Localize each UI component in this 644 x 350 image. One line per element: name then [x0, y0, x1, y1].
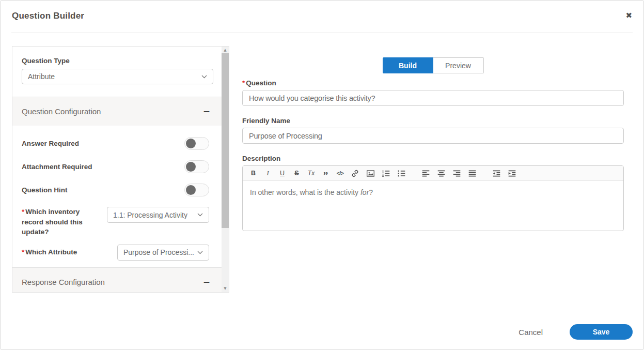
toggle-knob: [186, 139, 196, 148]
align-left-icon[interactable]: [421, 168, 430, 179]
align-center-icon[interactable]: [437, 168, 446, 179]
ordered-list-icon[interactable]: [382, 168, 390, 179]
rich-text-editor: B I U S Tx ” </>: [242, 165, 624, 231]
question-hint-label: Question Hint: [22, 186, 68, 194]
question-hint-row: Question Hint: [22, 178, 209, 202]
description-label: Description: [242, 155, 624, 162]
required-marker: *: [242, 79, 245, 87]
build-preview-tabs: Build Preview: [383, 57, 484, 73]
outdent-icon[interactable]: [492, 168, 501, 179]
attachment-required-toggle[interactable]: [184, 160, 209, 173]
collapse-icon[interactable]: −: [203, 278, 210, 286]
insert-link-icon[interactable]: [351, 168, 359, 179]
section-title: Question Configuration: [22, 107, 101, 116]
tab-build[interactable]: Build: [383, 57, 433, 73]
question-hint-toggle[interactable]: [184, 184, 209, 196]
required-marker: *: [22, 248, 24, 256]
required-marker: *: [22, 208, 24, 216]
code-view-icon[interactable]: </>: [336, 168, 344, 179]
editor-toolbar: B I U S Tx ” </>: [243, 166, 623, 181]
attachment-required-row: Attachment Required: [22, 155, 209, 178]
scroll-down-icon[interactable]: ▼: [222, 285, 229, 292]
save-button[interactable]: Save: [570, 324, 633, 340]
unordered-list-icon[interactable]: [397, 168, 406, 179]
clear-formatting-icon[interactable]: Tx: [307, 168, 315, 179]
align-justify-icon[interactable]: [468, 168, 477, 179]
insert-image-icon[interactable]: [366, 168, 375, 179]
blockquote-icon[interactable]: ”: [322, 168, 329, 179]
left-panel-scrollbar[interactable]: ▲ ▼: [222, 47, 229, 292]
section-title: Response Configuration: [22, 278, 105, 286]
strikethrough-icon[interactable]: S: [293, 168, 301, 179]
tab-preview[interactable]: Preview: [433, 57, 484, 73]
attachment-required-label: Attachment Required: [22, 163, 92, 171]
scroll-up-icon[interactable]: ▲: [222, 47, 229, 54]
which-attribute-select[interactable]: Purpose of Processi...: [117, 245, 209, 261]
answer-required-row: Answer Required: [22, 132, 209, 155]
chevron-down-icon: [201, 75, 207, 79]
question-editor-panel: Build Preview *Question Friendly Name De…: [242, 50, 624, 231]
question-settings-panel: Question Type Attribute Question Configu…: [12, 46, 229, 293]
response-configuration-header[interactable]: Response Configuration −: [12, 267, 223, 293]
which-attribute-label: *Which Attribute: [22, 247, 77, 257]
question-input[interactable]: [242, 90, 624, 106]
italic-icon[interactable]: I: [264, 168, 272, 179]
question-type-value: Attribute: [28, 72, 55, 81]
cancel-button[interactable]: Cancel: [519, 328, 543, 337]
question-configuration-header[interactable]: Question Configuration −: [12, 97, 223, 126]
question-type-select[interactable]: Attribute: [22, 69, 213, 84]
toggle-knob: [186, 162, 196, 172]
question-field: *Question: [242, 79, 624, 106]
inventory-record-select[interactable]: 1.1: Processing Activity: [107, 207, 209, 223]
description-text: ?: [369, 188, 373, 196]
chevron-down-icon: [197, 213, 203, 217]
answer-required-toggle[interactable]: [184, 137, 209, 150]
description-text-italic: for: [360, 188, 369, 196]
inventory-record-label: *Which inventory record should this upda…: [22, 207, 100, 237]
friendly-name-field: Friendly Name: [242, 117, 624, 144]
align-right-icon[interactable]: [452, 168, 461, 179]
toggles-block: Answer Required Attachment Required Ques…: [12, 126, 223, 202]
inventory-record-row: *Which inventory record should this upda…: [12, 207, 223, 237]
page-title: Question Builder: [12, 11, 84, 21]
answer-required-label: Answer Required: [22, 140, 79, 147]
question-type-label: Question Type: [22, 57, 213, 65]
chevron-down-icon: [197, 251, 203, 254]
indent-icon[interactable]: [508, 168, 516, 179]
close-icon[interactable]: ✖: [625, 11, 632, 20]
friendly-name-label: Friendly Name: [242, 117, 624, 125]
bold-icon[interactable]: B: [249, 168, 257, 179]
question-type-block: Question Type Attribute: [12, 47, 223, 97]
which-attribute-row: *Which Attribute Purpose of Processi...: [12, 245, 223, 261]
toggle-knob: [186, 185, 196, 195]
description-content[interactable]: In other words, what is the activity for…: [243, 181, 623, 205]
friendly-name-input[interactable]: [242, 128, 624, 144]
question-label: *Question: [242, 79, 624, 87]
inventory-record-value: 1.1: Processing Activity: [113, 211, 187, 219]
which-attribute-value: Purpose of Processi...: [123, 248, 194, 256]
collapse-icon[interactable]: −: [203, 107, 210, 116]
description-text: In other words, what is the activity: [250, 188, 360, 196]
underline-icon[interactable]: U: [278, 168, 286, 179]
modal-header: Question Builder ✖: [1, 1, 643, 33]
description-field: Description B I U S Tx ” </>: [242, 155, 624, 231]
scrollbar-thumb[interactable]: [222, 53, 229, 228]
